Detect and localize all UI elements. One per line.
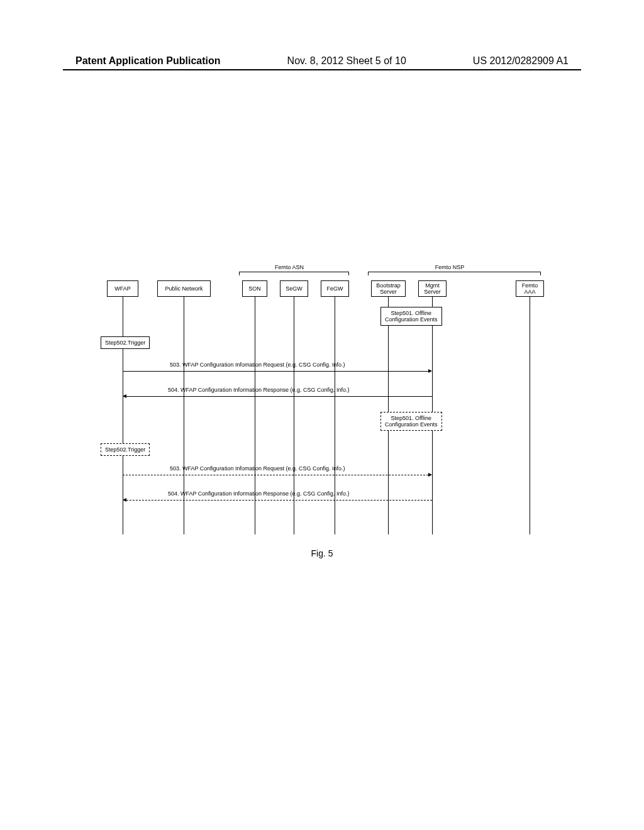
group-label-nsp: Femto NSP: [425, 264, 475, 270]
msg503-arrowhead-1: [428, 369, 432, 373]
step502-box-1: Step502.Trigger: [101, 336, 150, 349]
entity-fegw: FeGW: [321, 280, 349, 297]
header-divider: [63, 69, 581, 70]
step501-box-1: Step501. Offline Configuration Events: [380, 307, 442, 326]
entity-bootstrap-server: Bootstrap Server: [371, 280, 406, 297]
msg503-arrowhead-2: [428, 473, 432, 477]
entity-mgmt-server: Mgmt Server: [418, 280, 447, 297]
header-publication: Patent Application Publication: [75, 55, 221, 67]
entity-femto-aaa: Femto AAA: [516, 280, 544, 297]
group-bracket-nsp: [368, 272, 541, 275]
msg504-arrowhead-1: [123, 394, 126, 398]
msg504-arrow-2: [126, 500, 432, 501]
lifeline-aaa: [530, 297, 530, 534]
sequence-diagram: Femto ASN Femto NSP WFAP Public Network …: [107, 264, 553, 534]
lifeline-fegw: [335, 297, 335, 534]
entity-son: SON: [242, 280, 267, 297]
lifeline-segw: [294, 297, 294, 534]
lifeline-public-network: [184, 297, 184, 534]
header-date-sheet: Nov. 8, 2012 Sheet 5 of 10: [287, 55, 406, 67]
msg504-label-2: 504. WFAP Configuration Information Resp…: [168, 490, 349, 497]
lifeline-son: [255, 297, 255, 534]
step501-box-2: Step501. Offline Configuration Events: [380, 412, 442, 431]
msg503-label-1: 503. WFAP Configuration Infomation Reque…: [170, 362, 345, 368]
entity-public-network: Public Network: [157, 280, 211, 297]
msg504-arrowhead-2: [123, 498, 126, 502]
entity-wfap: WFAP: [107, 280, 138, 297]
msg503-arrow-1: [123, 371, 428, 372]
group-bracket-asn: [239, 272, 349, 275]
entity-segw: SeGW: [280, 280, 308, 297]
figure-caption: Fig. 5: [0, 548, 644, 558]
msg504-arrow-1: [126, 396, 432, 397]
step502-box-2: Step502.Trigger: [101, 443, 150, 456]
msg503-arrow-2: [123, 475, 428, 475]
msg503-label-2: 503. WFAP Configuration Infomation Reque…: [170, 465, 345, 472]
header-patent-number: US 2012/0282909 A1: [473, 55, 569, 67]
group-label-asn: Femto ASN: [264, 264, 314, 270]
msg504-label-1: 504. WFAP Configuration Information Resp…: [168, 387, 349, 393]
